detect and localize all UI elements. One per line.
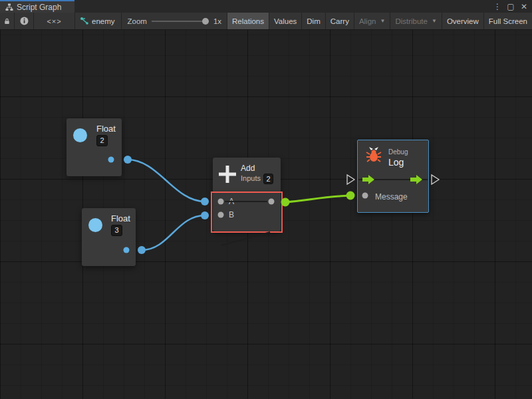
window-titlebar: Script Graph ⋮ ▢ ✕ xyxy=(0,0,532,13)
port-label-a: A xyxy=(229,197,234,206)
node-float-1[interactable]: Float 2 xyxy=(66,118,122,176)
info-icon xyxy=(20,17,29,25)
overview-button[interactable]: Overview xyxy=(442,13,484,29)
node-title: Add xyxy=(241,164,255,173)
zoom-value: 1x xyxy=(213,17,221,25)
fullscreen-button[interactable]: Full Screen xyxy=(484,13,532,29)
node-add-body[interactable]: A B xyxy=(213,192,281,231)
zoom-control: Zoom 1x xyxy=(122,13,227,29)
node-title: Log xyxy=(388,157,404,168)
dim-toggle[interactable]: Dim xyxy=(302,13,325,29)
info-button[interactable] xyxy=(15,13,34,29)
node-category: Debug xyxy=(388,148,408,156)
align-label: Align xyxy=(359,17,376,25)
zoom-slider[interactable] xyxy=(152,18,209,25)
flow-output-triangle-port[interactable] xyxy=(432,175,439,184)
node-title: Float xyxy=(96,124,116,134)
flow-input-triangle-port[interactable] xyxy=(347,175,354,184)
fullscreen-label: Full Screen xyxy=(489,17,527,25)
wire-endpoint xyxy=(124,156,132,164)
float-type-icon xyxy=(88,218,102,232)
tabbar-spacer xyxy=(74,0,492,13)
dim-label: Dim xyxy=(307,17,320,25)
chevron-down-icon: ▼ xyxy=(432,18,437,24)
wire-endpoint xyxy=(201,198,209,205)
inputs-label: Inputs xyxy=(241,174,261,182)
zoom-slider-handle[interactable] xyxy=(202,18,209,25)
carry-label: Carry xyxy=(331,17,349,25)
window-menu-icon[interactable]: ⋮ xyxy=(492,2,503,11)
zoom-label: Zoom xyxy=(127,17,146,25)
node-add-header[interactable]: Add Inputs 2 xyxy=(213,158,281,192)
overview-label: Overview xyxy=(447,17,479,25)
float-value-field[interactable]: 2 xyxy=(96,135,108,146)
node-debug-log[interactable]: Debug Log Message xyxy=(357,140,429,213)
graph-canvas[interactable]: Float 2 Float 3 Add Inputs 2 A B Debug L… xyxy=(0,30,532,399)
relations-label: Relations xyxy=(232,17,264,25)
node-title: Float xyxy=(111,213,130,223)
plus-icon xyxy=(218,165,237,184)
script-graph-icon xyxy=(5,3,13,11)
chevron-down-icon: ▼ xyxy=(380,18,385,24)
wire-endpoint xyxy=(138,246,146,254)
distribute-label: Distribute xyxy=(395,17,428,25)
graph-toolbar: <×> enemy Zoom 1x Relations Values Dim C… xyxy=(0,13,532,30)
zoom-slider-track xyxy=(152,21,209,22)
graph-name-label: enemy xyxy=(92,17,115,25)
relation-line-b xyxy=(221,232,270,245)
graph-name-button[interactable]: enemy xyxy=(75,13,122,29)
lock-button[interactable] xyxy=(0,13,15,29)
float-value-field[interactable]: 3 xyxy=(111,225,122,236)
node-float-2[interactable]: Float 3 xyxy=(82,208,136,266)
relations-toggle[interactable]: Relations xyxy=(227,13,269,29)
lock-icon xyxy=(4,17,10,25)
values-label: Values xyxy=(274,17,297,25)
bug-icon xyxy=(366,146,382,162)
port-label-b: B xyxy=(229,210,234,219)
code-icon: <×> xyxy=(47,17,61,25)
close-icon[interactable]: ✕ xyxy=(519,2,529,11)
distribute-dropdown[interactable]: Distribute ▼ xyxy=(390,13,442,29)
align-dropdown[interactable]: Align ▼ xyxy=(354,13,391,29)
port-label-message: Message xyxy=(375,192,408,201)
maximize-icon[interactable]: ▢ xyxy=(505,2,516,11)
carry-toggle[interactable]: Carry xyxy=(326,13,354,29)
tab-label: Script Graph xyxy=(17,3,61,12)
graph-asset-icon xyxy=(80,17,89,25)
float-type-icon xyxy=(73,128,87,142)
wire-endpoint xyxy=(281,198,290,207)
wire-endpoint xyxy=(201,211,209,219)
wire-float1-to-add-a[interactable] xyxy=(128,160,205,201)
wire-add-to-log-message[interactable] xyxy=(285,196,350,202)
inputs-count-field[interactable]: 2 xyxy=(263,174,273,184)
code-view-button[interactable]: <×> xyxy=(34,13,75,29)
wire-endpoint xyxy=(346,192,355,200)
values-toggle[interactable]: Values xyxy=(269,13,302,29)
wire-float2-to-add-b[interactable] xyxy=(142,215,205,250)
tab-script-graph[interactable]: Script Graph xyxy=(0,0,74,13)
